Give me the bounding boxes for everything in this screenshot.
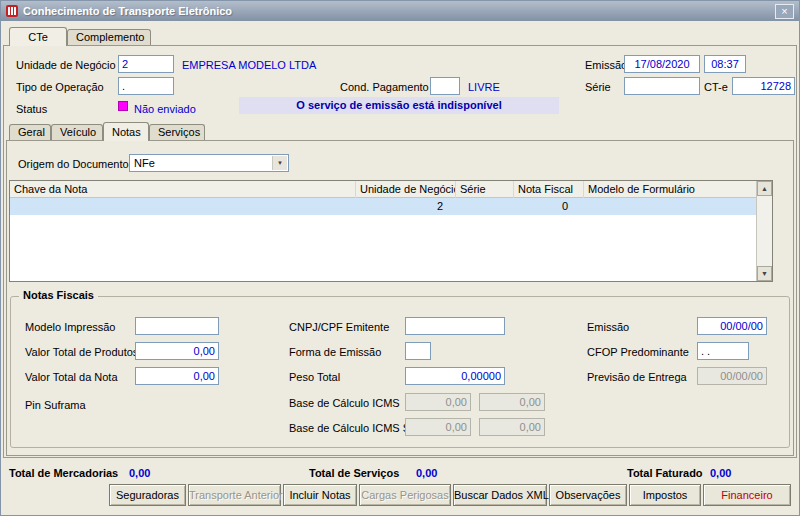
- notas-fiscais-groupbox: Notas Fiscais Modelo Impressão Valor Tot…: [10, 296, 790, 448]
- vertical-scrollbar[interactable]: ▲ ▼: [756, 181, 772, 281]
- column-header-unidade-negocio[interactable]: Unidade de Negócio: [355, 181, 455, 198]
- column-header-chave[interactable]: Chave da Nota: [10, 181, 355, 198]
- cte-number-input[interactable]: [732, 77, 795, 95]
- column-header-modelo-formulario[interactable]: Modelo de Formulário: [583, 181, 757, 198]
- valor-total-produtos-input[interactable]: [135, 342, 219, 360]
- origem-documento-select[interactable]: NFe ▼: [129, 154, 289, 172]
- unidade-negocio-input[interactable]: [118, 55, 174, 73]
- total-servicos-label: Total de Serviços: [309, 467, 399, 479]
- cte-number-label: CT-e: [704, 81, 728, 93]
- cell-chave: [14, 198, 354, 215]
- tab-geral[interactable]: Geral: [9, 124, 51, 140]
- titlebar: Conhecimento de Transporte Eletrônico ×: [1, 1, 799, 21]
- notas-table: Chave da Nota Unidade de Negócio Série N…: [9, 180, 773, 282]
- base-calculo-icms-input-1: [405, 393, 471, 411]
- observacoes-button[interactable]: Observações: [549, 484, 627, 506]
- origem-documento-value: NFe: [134, 157, 155, 169]
- peso-total-input[interactable]: [405, 367, 505, 385]
- cell-modelo-formulario: [587, 198, 752, 215]
- financeiro-button[interactable]: Financeiro: [703, 484, 791, 506]
- app-window: Conhecimento de Transporte Eletrônico × …: [0, 0, 800, 516]
- base-calculo-icms-input-2: [479, 393, 545, 411]
- total-faturado-value: 0,00: [710, 467, 731, 479]
- cell-serie: [459, 198, 509, 215]
- seguradoras-button[interactable]: Seguradoras: [109, 484, 186, 506]
- emissao-label: Emissão: [585, 59, 627, 71]
- serie-input[interactable]: [624, 77, 700, 95]
- emissao-time-input[interactable]: [704, 55, 746, 73]
- serie-label: Série: [585, 81, 611, 93]
- scroll-down-icon[interactable]: ▼: [757, 266, 772, 281]
- modelo-impressao-label: Modelo Impressão: [25, 321, 116, 333]
- window-title: Conhecimento de Transporte Eletrônico: [23, 5, 775, 17]
- cnpj-cpf-emitente-input[interactable]: [405, 317, 505, 335]
- emissao-nota-input[interactable]: [697, 317, 767, 335]
- cond-pagamento-input[interactable]: [430, 77, 460, 95]
- service-status-banner: O serviço de emissão está indisponível: [239, 97, 559, 114]
- peso-total-label: Peso Total: [289, 371, 340, 383]
- status-value: Não enviado: [134, 103, 196, 115]
- cfop-predominante-input[interactable]: [697, 342, 749, 360]
- table-row[interactable]: [10, 232, 757, 249]
- tab-notas[interactable]: Notas: [103, 122, 149, 141]
- base-calculo-icms-st-input-1: [405, 418, 471, 436]
- modelo-impressao-input[interactable]: [135, 317, 219, 335]
- forma-emissao-input[interactable]: [405, 342, 431, 360]
- unidade-negocio-label: Unidade de Negócio: [16, 59, 116, 71]
- incluir-notas-button[interactable]: Incluir Notas: [283, 484, 357, 506]
- emissao-date-input[interactable]: [624, 55, 700, 73]
- tab-complemento[interactable]: Complemento: [67, 29, 151, 45]
- base-calculo-icms-st-input-2: [479, 418, 545, 436]
- cell-unidade-negocio: 2: [355, 198, 443, 215]
- base-calculo-icms-label: Base de Cálculo ICMS: [289, 397, 400, 409]
- scroll-up-icon[interactable]: ▲: [757, 181, 772, 196]
- pin-suframa-label: Pin Suframa: [25, 399, 86, 411]
- impostos-button[interactable]: Impostos: [629, 484, 701, 506]
- tipo-operacao-label: Tipo de Operação: [16, 81, 104, 93]
- total-mercadorias-label: Total de Mercadorias: [9, 467, 118, 479]
- total-faturado-label: Total Faturado: [627, 467, 703, 479]
- tipo-operacao-input[interactable]: [118, 77, 174, 95]
- status-color-swatch: [118, 101, 128, 111]
- valor-total-produtos-label: Valor Total de Produtos: [25, 346, 138, 358]
- tab-veiculo[interactable]: Veículo: [51, 124, 103, 140]
- forma-emissao-label: Forma de Emissão: [289, 346, 381, 358]
- notas-fiscais-group-title: Notas Fiscais: [19, 289, 98, 301]
- emissao-nota-label: Emissão: [587, 321, 629, 333]
- total-servicos-value: 0,00: [416, 467, 437, 479]
- close-icon: ×: [781, 5, 787, 17]
- column-header-nota-fiscal[interactable]: Nota Fiscal: [513, 181, 583, 198]
- valor-total-nota-input[interactable]: [135, 367, 219, 385]
- valor-total-nota-label: Valor Total da Nota: [25, 371, 118, 383]
- previsao-entrega-input: [697, 367, 767, 385]
- cnpj-cpf-emitente-label: CNPJ/CPF Emitente: [289, 321, 389, 333]
- close-button[interactable]: ×: [775, 4, 794, 19]
- table-row[interactable]: [10, 249, 757, 266]
- table-row[interactable]: [10, 215, 757, 232]
- chevron-down-icon[interactable]: ▼: [272, 156, 287, 170]
- tab-servicos[interactable]: Serviços: [149, 124, 205, 140]
- origem-documento-label: Origem do Documento: [18, 158, 129, 170]
- app-icon: [6, 5, 18, 17]
- tab-cte[interactable]: CTe: [9, 27, 67, 46]
- table-row-selected[interactable]: 2 0: [10, 198, 757, 215]
- buscar-dados-xml-button[interactable]: Buscar Dados XML: [453, 484, 547, 506]
- cargas-perigosas-button: Cargas Perigosas: [359, 484, 451, 506]
- total-mercadorias-value: 0,00: [129, 467, 150, 479]
- previsao-entrega-label: Previsão de Entrega: [587, 371, 687, 383]
- status-label: Status: [16, 103, 47, 115]
- column-header-serie[interactable]: Série: [455, 181, 513, 198]
- cfop-predominante-label: CFOP Predominante: [587, 346, 689, 358]
- cond-pagamento-descricao: LIVRE: [468, 81, 500, 93]
- cell-nota-fiscal: 0: [513, 198, 568, 215]
- base-calculo-icms-st-label: Base de Cálculo ICMS ST: [289, 422, 417, 434]
- notas-table-header: Chave da Nota Unidade de Negócio Série N…: [10, 181, 757, 198]
- transporte-anterior-button: Transporte Anterior: [188, 484, 281, 506]
- cond-pagamento-label: Cond. Pagamento: [340, 81, 429, 93]
- empresa-name: EMPRESA MODELO LTDA: [182, 59, 316, 71]
- notas-tab-page: Origem do Documento NFe ▼ Chave da Nota …: [6, 140, 794, 456]
